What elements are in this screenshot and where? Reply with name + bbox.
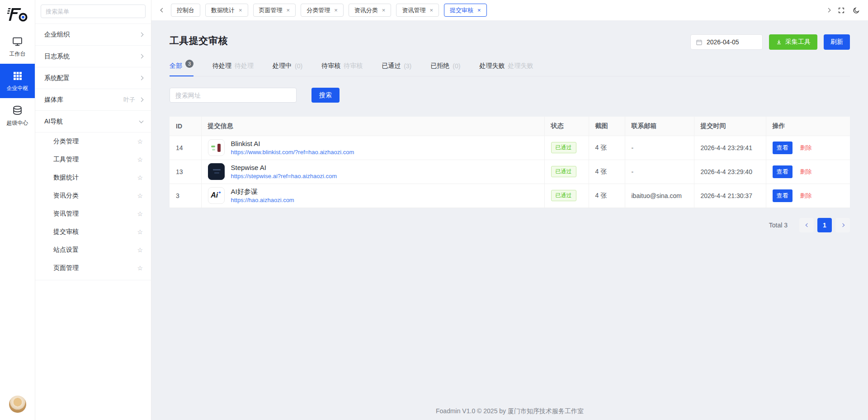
favorite-star-icon[interactable]: ☆ (137, 192, 143, 199)
close-icon[interactable]: × (334, 7, 338, 13)
tab-label: 分类管理 (307, 6, 330, 14)
rail-item-label: 企业中枢 (7, 85, 28, 92)
sidebar-search (35, 0, 151, 24)
sidebar: 企业组织 日志系统 系统配置 媒体库 叶子 AI导航 分类管理 ☆ 工具管理 ☆… (35, 0, 151, 420)
filter-tab-approved[interactable]: 已通过 (3) (382, 62, 411, 76)
delete-link[interactable]: 删除 (800, 144, 811, 151)
filter-tab-label: 处理中 (273, 62, 292, 70)
refresh-button[interactable]: 刷新 (824, 34, 850, 50)
filter-tab-awaiting-review[interactable]: 待审核 待审核 (321, 62, 363, 76)
sidebar-subitem-page-management[interactable]: 页面管理 ☆ (35, 259, 151, 277)
tool-url-link[interactable]: https://hao.aizhaozi.com (231, 196, 294, 204)
cell-screenshots: 4 张 (589, 136, 625, 160)
tab-news-category[interactable]: 资讯分类 × (349, 4, 392, 17)
pagination-next-button[interactable] (835, 218, 850, 232)
filter-tab-pending[interactable]: 待处理 待处理 (212, 62, 254, 76)
tab-label: 页面管理 (259, 6, 283, 14)
submenu-label: 页面管理 (53, 264, 79, 272)
tab-category-management[interactable]: 分类管理 × (301, 4, 344, 17)
menu-label: 系统配置 (44, 74, 70, 82)
close-icon[interactable]: × (239, 7, 242, 13)
tab-label: 提交审核 (450, 6, 473, 14)
chevron-right-icon (139, 54, 144, 59)
filter-tab-label: 全部 (170, 62, 182, 70)
tabs-scroll-left-icon[interactable] (158, 9, 166, 12)
chevron-down-icon (139, 118, 144, 123)
sidebar-item-media-library[interactable]: 媒体库 叶子 (35, 89, 151, 111)
filter-tab-label: 待审核 (321, 62, 340, 70)
page-title: 工具提交审核 (170, 34, 228, 47)
sidebar-subitem-site-settings[interactable]: 站点设置 ☆ (35, 241, 151, 259)
sidebar-item-ai-navigation[interactable]: AI导航 (35, 111, 151, 132)
sidebar-item-log-system[interactable]: 日志系统 (35, 46, 151, 67)
view-button[interactable]: 查看 (773, 165, 793, 178)
search-button[interactable]: 搜索 (311, 88, 340, 103)
date-picker[interactable]: 2026-04-05 (690, 34, 763, 50)
view-button[interactable]: 查看 (773, 142, 793, 154)
footer-text: Foadmin V1.0 © 2025 by 厦门市知序技术服务工作室 (436, 407, 584, 415)
sidebar-item-system-config[interactable]: 系统配置 (35, 67, 151, 89)
favorite-star-icon[interactable]: ☆ (137, 246, 143, 254)
sidebar-subitem-submission-review[interactable]: 提交审核 ☆ (35, 223, 151, 241)
filter-tab-suffix: 处理失败 (508, 62, 533, 70)
close-icon[interactable]: × (477, 7, 481, 13)
close-icon[interactable]: × (429, 7, 433, 13)
filter-tab-processing[interactable]: 处理中 (0) (273, 62, 302, 76)
favorite-star-icon[interactable]: ☆ (137, 264, 143, 272)
tab-submission-review[interactable]: 提交审核 × (444, 4, 487, 17)
favorite-star-icon[interactable]: ☆ (137, 138, 143, 145)
app-logo[interactable] (0, 0, 35, 29)
tab-data-statistics[interactable]: 数据统计 × (205, 4, 248, 17)
filter-tab-rejected[interactable]: 已拒绝 (0) (430, 62, 460, 76)
rail-item-workbench[interactable]: 工作台 (0, 29, 35, 64)
close-icon[interactable]: × (287, 7, 290, 13)
chevron-right-icon (139, 76, 144, 80)
submenu-label: 分类管理 (53, 137, 79, 146)
view-button[interactable]: 查看 (773, 189, 793, 202)
rail-item-enterprise-hub[interactable]: 企业中枢 (0, 64, 35, 98)
filter-tab-label: 待处理 (212, 62, 231, 70)
favorite-star-icon[interactable]: ☆ (137, 156, 143, 163)
cell-screenshots: 4 张 (589, 160, 625, 184)
filter-tab-failed[interactable]: 处理失败 处理失败 (479, 62, 533, 76)
menu-label: AI导航 (44, 118, 63, 126)
tabbar: 控制台 数据统计 × 页面管理 × 分类管理 × 资讯分类 × 资讯管理 × 提… (151, 0, 868, 21)
cell-id: 3 (170, 184, 201, 208)
favorite-star-icon[interactable]: ☆ (137, 174, 143, 181)
close-icon[interactable]: × (382, 7, 386, 13)
date-value: 2026-04-05 (707, 38, 739, 46)
sidebar-subitem-data-statistics[interactable]: 数据统计 ☆ (35, 169, 151, 187)
sidebar-subitem-news-management[interactable]: 资讯管理 ☆ (35, 205, 151, 223)
url-search-input[interactable] (170, 88, 297, 103)
fullscreen-icon[interactable] (838, 7, 845, 14)
pagination-page-1[interactable]: 1 (817, 218, 832, 232)
delete-link[interactable]: 删除 (800, 168, 811, 175)
tool-url-link[interactable]: https://stepwise.ai?ref=hao.aizhaozi.com (231, 172, 337, 180)
pagination-prev-button[interactable] (799, 218, 814, 232)
menu-search-input[interactable] (41, 5, 146, 18)
tabs-scroll-right-icon[interactable] (827, 9, 830, 12)
filter-tab-all[interactable]: 全部 3 (170, 62, 193, 76)
sidebar-subitem-category-management[interactable]: 分类管理 ☆ (35, 132, 151, 151)
favorite-star-icon[interactable]: ☆ (137, 210, 143, 217)
rail-item-super-center[interactable]: 超级中心 (0, 98, 35, 133)
submenu-label: 站点设置 (53, 246, 79, 254)
tab-page-management[interactable]: 页面管理 × (253, 4, 296, 17)
tool-url-link[interactable]: https://www.blinkist.com/?ref=hao.aizhao… (231, 148, 354, 156)
sidebar-item-enterprise-org[interactable]: 企业组织 (35, 24, 151, 46)
collect-tools-button[interactable]: 采集工具 (769, 34, 817, 50)
blinkist-thumbnail (208, 139, 225, 156)
sidebar-subitem-news-category[interactable]: 资讯分类 ☆ (35, 187, 151, 205)
tab-news-management[interactable]: 资讯管理 × (396, 4, 439, 17)
tool-name: Blinkist AI (231, 139, 354, 148)
delete-link[interactable]: 删除 (800, 192, 811, 199)
sidebar-subitem-tool-management[interactable]: 工具管理 ☆ (35, 151, 151, 169)
main-area: 控制台 数据统计 × 页面管理 × 分类管理 × 资讯分类 × 资讯管理 × 提… (151, 0, 868, 420)
tab-console[interactable]: 控制台 (171, 4, 200, 17)
filter-tab-label: 处理失败 (479, 62, 505, 70)
user-avatar[interactable] (9, 396, 26, 413)
submenu-label: 资讯分类 (53, 192, 79, 200)
dark-mode-moon-icon[interactable] (853, 7, 860, 14)
favorite-star-icon[interactable]: ☆ (137, 228, 143, 236)
cell-email: - (625, 136, 694, 160)
